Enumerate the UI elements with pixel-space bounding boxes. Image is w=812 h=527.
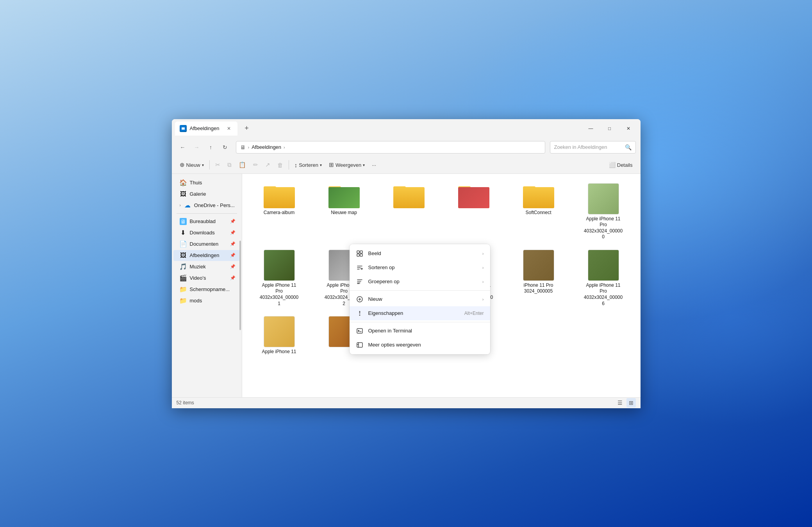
sidebar-item-galerie[interactable]: 🖼 Galerie [173, 189, 240, 200]
onedrive-icon: ☁ [184, 202, 191, 209]
cm-item-nieuw[interactable]: Nieuw › [350, 292, 490, 306]
paste-button[interactable]: 📋 [236, 159, 249, 171]
delete-icon: 🗑 [277, 162, 283, 168]
navigation-bar: ← → ↑ ↻ 🖥 › Afbeeldingen › Zoeken in Afb… [172, 138, 641, 157]
cm-terminal-label: Openen in Terminal [368, 328, 484, 334]
sidebar-item-videos[interactable]: 🎬 Video's 📌 [173, 273, 240, 284]
address-bar[interactable]: 🖥 › Afbeeldingen › [236, 141, 545, 154]
svg-rect-7 [357, 343, 362, 347]
sidebar-scrollbar[interactable] [239, 241, 241, 330]
new-button[interactable]: ⊕ Nieuw ▾ [177, 159, 207, 171]
tab-label: Afbeeldingen [190, 125, 220, 131]
sort-dropdown-icon: ▾ [320, 163, 322, 167]
galerie-icon: 🖼 [180, 191, 187, 198]
cm-item-beeld[interactable]: Beeld › [350, 247, 490, 261]
sort-button[interactable]: ↕ Sorteren ▾ [291, 159, 325, 171]
mods-label: mods [190, 298, 202, 304]
thuis-label: Thuis [190, 180, 202, 186]
rename-icon: ✏ [253, 161, 258, 168]
bureaublad-icon: 🖥 [180, 218, 187, 225]
cm-groeperen-icon [356, 278, 364, 286]
cm-divider-1 [350, 290, 490, 291]
close-button[interactable]: ✕ [619, 122, 637, 135]
file-item-nieuwe-map[interactable]: Nieuwe map [313, 180, 375, 243]
sidebar-item-muziek[interactable]: 🎵 Muziek 📌 [173, 261, 240, 272]
file-item-folder-car[interactable] [443, 180, 505, 243]
context-menu: Beeld › Sorteren op › Groeperen op › Nie… [350, 244, 490, 354]
paste-icon: 📋 [239, 161, 246, 168]
cm-groeperen-label: Groeperen op [368, 279, 478, 284]
list-view-button[interactable]: ☰ [616, 398, 625, 407]
cm-divider-2 [350, 322, 490, 322]
explorer-window: Afbeeldingen ✕ + — □ ✕ ← → ↑ ↻ 🖥 › Afbee… [172, 119, 641, 408]
sidebar-item-schermopnamen[interactable]: 📁 Schermopname... [173, 284, 240, 295]
view-button[interactable]: ⊞ Weergeven ▾ [326, 159, 368, 171]
sidebar-item-bureaublad[interactable]: 🖥 Bureaublad 📌 [173, 216, 240, 227]
cm-item-eigenschappen[interactable]: Eigenschappen Alt+Enter [350, 306, 490, 320]
rename-button[interactable]: ✏ [250, 159, 261, 171]
documenten-label: Documenten [190, 241, 219, 247]
documenten-pin: 📌 [230, 241, 236, 247]
thumbnail-iphone11-pro-5 [523, 250, 554, 281]
cm-item-meer[interactable]: Meer opties weergeven [350, 338, 490, 352]
cm-nieuw-label: Nieuw [368, 296, 478, 302]
active-tab[interactable]: Afbeeldingen ✕ [175, 121, 237, 136]
copy-button[interactable]: ⧉ [224, 159, 235, 171]
cm-eigenschappen-icon [356, 309, 364, 317]
item-count: 52 items [177, 400, 194, 406]
file-item-iphone11-pro-6[interactable]: Apple iPhone 11 Pro 4032x3024_000006 [573, 247, 634, 310]
share-button[interactable]: ↗ [262, 159, 273, 171]
file-item-softconnect[interactable]: SoftConnect [508, 180, 569, 243]
details-button[interactable]: ⬜ Details [606, 159, 636, 171]
cut-button[interactable]: ✂ [212, 159, 223, 171]
sort-icon: ↕ [294, 162, 298, 168]
file-item-iphone11-pro-1[interactable]: Apple iPhone 11 Pro 4032x3024_000001 [248, 247, 310, 310]
more-button[interactable]: ··· [369, 159, 379, 171]
forward-button[interactable]: → [191, 141, 203, 154]
cm-item-sorteren[interactable]: Sorteren op › [350, 261, 490, 275]
new-tab-button[interactable]: + [241, 122, 253, 135]
tab-close-button[interactable]: ✕ [225, 125, 233, 132]
back-button[interactable]: ← [177, 141, 189, 154]
cm-meer-label: Meer opties weergeven [368, 342, 484, 348]
file-item-iphone11-7[interactable]: Apple iPhone 11 [248, 313, 310, 358]
view-controls: ☰ ⊞ [616, 398, 636, 407]
downloads-icon: ⬇ [180, 229, 187, 236]
sidebar-item-documenten[interactable]: 📄 Documenten 📌 [173, 239, 240, 250]
file-item-iphone11-pro-0[interactable]: Apple iPhone 11 Pro 4032x3024_000000 [573, 180, 634, 243]
up-button[interactable]: ↑ [205, 141, 217, 154]
file-item-folder-empty[interactable] [378, 180, 440, 243]
cm-eigenschappen-label: Eigenschappen [368, 310, 460, 316]
minimize-button[interactable]: — [582, 122, 600, 135]
cm-item-groeperen[interactable]: Groeperen op › [350, 275, 490, 289]
new-icon: ⊕ [180, 161, 185, 168]
file-item-camera-album[interactable]: Camera-album [248, 180, 310, 243]
cm-item-terminal[interactable]: Openen in Terminal [350, 324, 490, 338]
refresh-button[interactable]: ↻ [219, 141, 231, 154]
search-icon[interactable]: 🔍 [625, 144, 632, 150]
grid-view-button[interactable]: ⊞ [626, 398, 636, 407]
sidebar-item-afbeeldingen[interactable]: 🖼 Afbeeldingen 📌 [173, 250, 240, 261]
search-bar[interactable]: Zoeken in Afbeeldingen 🔍 [550, 141, 636, 154]
cm-beeld-arrow: › [482, 251, 484, 256]
details-label: Details [617, 162, 633, 168]
file-name-iphone11-pro-1: Apple iPhone 11 Pro 4032x3024_000001 [260, 282, 299, 307]
tab-app-icon [180, 125, 187, 132]
toolbar-sep-2 [289, 160, 289, 170]
file-item-iphone11-pro-5[interactable]: iPhone 11 Pro 3024_000005 [508, 247, 569, 310]
downloads-label: Downloads [190, 230, 215, 236]
cut-icon: ✂ [215, 161, 220, 168]
svg-rect-6 [357, 329, 362, 333]
more-label: ··· [372, 162, 376, 168]
view-dropdown-icon: ▾ [363, 163, 365, 167]
sidebar-item-onedrive[interactable]: › ☁ OneDrive - Pers... [173, 200, 240, 211]
delete-button[interactable]: 🗑 [274, 159, 286, 171]
thuis-icon: 🏠 [180, 179, 187, 186]
schermopnamen-label: Schermopname... [190, 286, 230, 292]
maximize-button[interactable]: □ [601, 122, 619, 135]
cm-sorteren-icon [356, 264, 364, 272]
sidebar-item-downloads[interactable]: ⬇ Downloads 📌 [173, 227, 240, 238]
sidebar-item-thuis[interactable]: 🏠 Thuis [173, 177, 240, 188]
sidebar-item-mods[interactable]: 📁 mods [173, 295, 240, 306]
file-name-iphone11-7: Apple iPhone 11 [262, 349, 296, 355]
